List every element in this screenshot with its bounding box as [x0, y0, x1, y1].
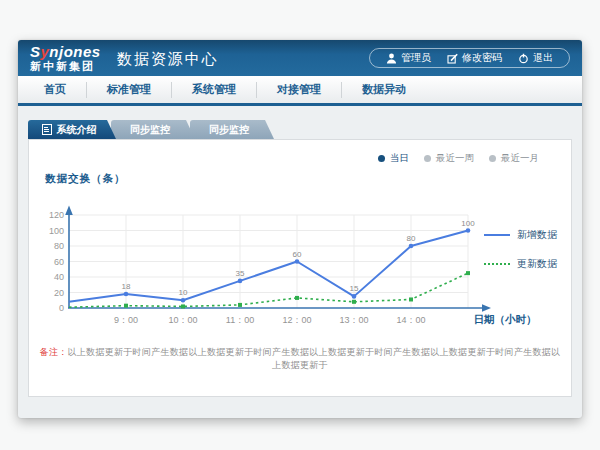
svg-text:60: 60: [293, 250, 302, 259]
edit-icon: [447, 53, 458, 64]
svg-text:9：00: 9：00: [114, 315, 138, 325]
legend-item-1[interactable]: 新增数据: [484, 228, 557, 242]
nav-item-3[interactable]: 系统管理: [172, 82, 257, 98]
brand-logo-text: Synjones: [30, 44, 101, 59]
range-option-label: 最近一月: [501, 152, 539, 165]
app-title: 数据资源中心: [117, 50, 219, 69]
tab-label: 系统介绍: [57, 123, 97, 137]
tab-1[interactable]: 系统介绍: [28, 120, 116, 139]
svg-text:11：00: 11：00: [226, 315, 254, 325]
svg-text:40: 40: [54, 272, 64, 282]
nav-item-2[interactable]: 标准管理: [87, 82, 172, 98]
main-nav: 首页标准管理系统管理对接管理数据异动: [18, 76, 582, 106]
footnote-text: 以上数据更新于时间产生数据以上数据更新于时间产生数据以上数据更新于时间产生数据以…: [68, 347, 561, 370]
logout-label: 退出: [533, 51, 553, 65]
time-range-selector: 当日最近一周最近一月: [378, 152, 539, 165]
svg-text:日期（小时）: 日期（小时）: [474, 313, 537, 326]
footnote-prefix: 备注：: [40, 347, 68, 357]
range-option-label: 最近一周: [436, 152, 474, 165]
change-password-button[interactable]: 修改密码: [439, 51, 510, 65]
svg-text:80: 80: [54, 241, 64, 251]
svg-text:35: 35: [236, 269, 245, 278]
svg-text:80: 80: [407, 234, 416, 243]
svg-text:13：00: 13：00: [339, 315, 368, 325]
document-icon: [42, 124, 52, 135]
nav-item-5[interactable]: 数据异动: [342, 82, 426, 98]
tab-bar: 系统介绍同步监控同步监控: [28, 120, 572, 139]
legend-label: 新增数据: [517, 228, 557, 242]
svg-text:18: 18: [122, 282, 131, 291]
brand-letters: njones: [49, 43, 100, 60]
logout-button[interactable]: 退出: [510, 51, 561, 65]
chart-panel: 当日最近一周最近一月 数据交换（条） 0204060801001209：0010…: [28, 139, 572, 397]
brand-letter: S: [30, 43, 41, 60]
tab-3[interactable]: 同步监控: [190, 120, 274, 139]
tab-label: 同步监控: [130, 123, 170, 137]
user-menu[interactable]: 管理员: [378, 51, 439, 65]
app-window: Synjones 新中新集团 数据资源中心 管理员 修改密码 退出 首页标准管理…: [18, 40, 582, 418]
tab-2[interactable]: 同步监控: [111, 120, 195, 139]
legend-label: 更新数据: [517, 257, 557, 271]
range-option-2[interactable]: 最近一周: [424, 152, 474, 165]
legend-line-icon: [484, 263, 510, 265]
svg-text:14：00: 14：00: [396, 315, 425, 325]
range-option-3[interactable]: 最近一月: [489, 152, 539, 165]
user-toolbar: 管理员 修改密码 退出: [369, 48, 570, 68]
y-axis-title: 数据交换（条）: [45, 172, 126, 186]
svg-text:60: 60: [54, 257, 64, 267]
user-name: 管理员: [401, 51, 431, 65]
radio-icon: [378, 155, 385, 162]
radio-icon: [489, 155, 496, 162]
nav-item-1[interactable]: 首页: [24, 82, 87, 98]
svg-text:0: 0: [59, 303, 64, 313]
svg-text:100: 100: [49, 226, 64, 236]
brand-logo: Synjones 新中新集团: [30, 44, 101, 72]
legend-item-2[interactable]: 更新数据: [484, 257, 557, 271]
svg-text:100: 100: [461, 219, 475, 228]
radio-icon: [424, 155, 431, 162]
legend-line-icon: [484, 234, 510, 236]
user-icon: [386, 53, 397, 64]
nav-item-4[interactable]: 对接管理: [257, 82, 342, 98]
svg-text:15: 15: [350, 284, 359, 293]
range-option-label: 当日: [390, 152, 409, 165]
change-password-label: 修改密码: [462, 51, 502, 65]
power-icon: [518, 53, 529, 64]
app-header: Synjones 新中新集团 数据资源中心 管理员 修改密码 退出: [18, 40, 582, 76]
series-legend: 新增数据更新数据: [484, 228, 557, 271]
content-area: 系统介绍同步监控同步监控 当日最近一周最近一月 数据交换（条） 02040608…: [18, 106, 582, 397]
svg-text:10：00: 10：00: [168, 315, 197, 325]
brand-subtitle: 新中新集团: [30, 61, 101, 72]
footnote: 备注：以上数据更新于时间产生数据以上数据更新于时间产生数据以上数据更新于时间产生…: [39, 346, 561, 372]
svg-text:12：00: 12：00: [282, 315, 311, 325]
svg-text:120: 120: [49, 210, 64, 220]
range-option-1[interactable]: 当日: [378, 152, 409, 165]
svg-text:10: 10: [179, 288, 188, 297]
svg-text:20: 20: [54, 288, 64, 298]
tab-label: 同步监控: [209, 123, 249, 137]
